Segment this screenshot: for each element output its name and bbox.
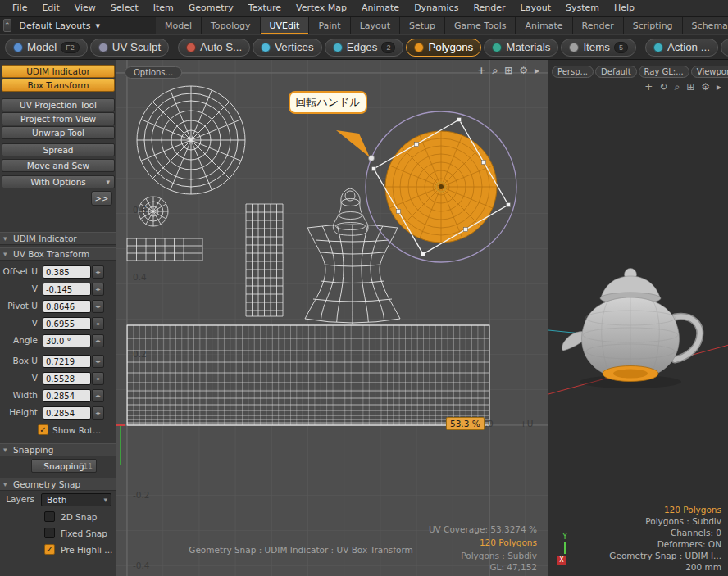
- tab-layout[interactable]: Layout: [351, 17, 400, 34]
- edges-mode-button[interactable]: Edges 2: [325, 39, 404, 57]
- width-field[interactable]: [43, 389, 91, 402]
- show-rot-checkbox[interactable]: ✓: [38, 424, 48, 435]
- rotation-handle-knob[interactable]: [369, 156, 375, 161]
- layout-switcher[interactable]: Default Layouts ▾: [11, 17, 108, 34]
- menu-item-layout[interactable]: Layout: [513, 0, 558, 16]
- tool-unwrap[interactable]: Unwrap Tool: [2, 126, 115, 139]
- snapping-toggle-button[interactable]: Snapping F11: [31, 459, 97, 473]
- symmetry-button[interactable]: Sym ...: [721, 39, 728, 57]
- tool-move-and-sew[interactable]: Move and Sew: [2, 159, 115, 172]
- gl-count-readout: GL: 47,152: [489, 562, 537, 572]
- field-row-pivot-v: V ◂▸: [0, 317, 116, 332]
- pan-icon[interactable]: +: [644, 81, 653, 93]
- menu-item-edit[interactable]: Edit: [34, 0, 66, 16]
- height-stepper[interactable]: ◂▸: [92, 406, 104, 420]
- expand-panel-button[interactable]: >>: [91, 191, 112, 206]
- tab-uvedit[interactable]: UVEdit: [261, 17, 310, 34]
- tool-project-from-view[interactable]: Project from View: [2, 112, 115, 125]
- menu-item-vertex-map[interactable]: Vertex Map: [289, 0, 354, 16]
- tab-animate[interactable]: Animate: [516, 17, 572, 34]
- uv-viewport[interactable]: Options... + ⌕ ⊞ ⚙ ▸ 回転ハンドル 0.6 0.4 0.2 …: [116, 60, 548, 576]
- 3d-canvas[interactable]: [548, 60, 728, 576]
- box-v-field[interactable]: [43, 372, 91, 385]
- expand-icon[interactable]: ▸: [535, 65, 539, 76]
- menu-item-animate[interactable]: Animate: [354, 0, 407, 16]
- box-v-stepper[interactable]: ◂▸: [92, 372, 104, 385]
- tool-spread[interactable]: Spread: [2, 143, 115, 156]
- offset-u-stepper[interactable]: ◂▸: [92, 265, 104, 279]
- angle-stepper[interactable]: ◂▸: [92, 334, 104, 347]
- zoom-icon[interactable]: ⌕: [674, 81, 680, 93]
- tab-schematic[interactable]: Schema: [683, 17, 728, 34]
- layout-popup-icon[interactable]: ⌃: [3, 19, 11, 32]
- fixed-snap-checkbox[interactable]: [44, 528, 55, 538]
- menu-item-help[interactable]: Help: [607, 0, 642, 16]
- uv-shell-selected-disk[interactable]: [385, 131, 497, 243]
- vertices-mode-button[interactable]: Vertices: [253, 39, 321, 57]
- menu-item-texture[interactable]: Texture: [241, 0, 289, 16]
- menu-item-view[interactable]: View: [67, 0, 103, 16]
- tab-model[interactable]: Model: [156, 17, 202, 34]
- offset-u-field[interactable]: [43, 265, 91, 279]
- polygons-mode-button[interactable]: Polygons: [406, 39, 481, 57]
- menu-item-system[interactable]: System: [558, 0, 607, 16]
- pivot-v-field[interactable]: [43, 317, 91, 330]
- pivot-u-stepper[interactable]: ◂▸: [92, 300, 104, 313]
- rotate-icon[interactable]: ↻: [659, 81, 667, 93]
- snap-2d-checkbox[interactable]: [44, 511, 55, 522]
- tool-box-transform[interactable]: Box Transform: [2, 79, 115, 92]
- tab-default-shading[interactable]: Default: [595, 66, 637, 78]
- tab-render[interactable]: Render: [573, 17, 624, 34]
- offset-v-field[interactable]: [43, 283, 91, 296]
- model-mode-button[interactable]: Model F2: [5, 39, 88, 57]
- options-button[interactable]: Options...: [125, 66, 182, 79]
- materials-mode-button[interactable]: Materials: [484, 39, 558, 57]
- tab-ray-gl[interactable]: Ray GL:...: [639, 66, 689, 78]
- tab-game-tools[interactable]: Game Tools: [445, 17, 516, 34]
- layers-dropdown[interactable]: Both ▾: [41, 493, 111, 506]
- width-stepper[interactable]: ◂▸: [92, 389, 104, 402]
- section-uv-box-transform[interactable]: ▾ UV Box Transform: [0, 247, 116, 261]
- frame-icon[interactable]: ⊞: [686, 81, 694, 93]
- items-mode-button[interactable]: Items 5: [561, 39, 636, 57]
- menu-item-select[interactable]: Select: [103, 0, 146, 16]
- uv-shell-body-strip[interactable]: [127, 325, 489, 425]
- menu-item-render[interactable]: Render: [466, 0, 512, 16]
- tab-scripting[interactable]: Scripting: [624, 17, 683, 34]
- pivot-u-field[interactable]: [43, 300, 91, 313]
- section-udim-indicator[interactable]: ▾ UDIM Indicator: [0, 232, 116, 245]
- menu-item-item[interactable]: Item: [146, 0, 181, 16]
- uv-shell-lid-disk[interactable]: [137, 86, 245, 194]
- gear-icon[interactable]: ⚙: [519, 65, 528, 76]
- tab-setup[interactable]: Setup: [400, 17, 445, 34]
- tab-paint[interactable]: Paint: [309, 17, 350, 34]
- uv-canvas[interactable]: [116, 60, 548, 576]
- tab-viewport-settings[interactable]: Viewport...: [691, 66, 728, 78]
- zoom-icon[interactable]: ⌕: [492, 65, 498, 76]
- gear-icon[interactable]: ⚙: [701, 81, 710, 93]
- uv-sculpt-button[interactable]: UV Sculpt: [90, 39, 169, 57]
- section-geometry-snap[interactable]: ▾ Geometry Snap: [0, 478, 116, 491]
- pan-icon[interactable]: +: [477, 65, 485, 76]
- auto-select-button[interactable]: Auto S...: [178, 39, 250, 57]
- tab-topology[interactable]: Topology: [202, 17, 261, 34]
- box-u-stepper[interactable]: ◂▸: [92, 355, 104, 368]
- menu-item-file[interactable]: File: [5, 0, 34, 16]
- section-snapping[interactable]: ▾ Snapping: [0, 443, 116, 456]
- offset-v-stepper[interactable]: ◂▸: [92, 283, 104, 296]
- angle-field[interactable]: [43, 334, 91, 347]
- pre-highlight-checkbox[interactable]: ✓: [44, 544, 55, 555]
- action-center-button[interactable]: Action ...: [645, 39, 718, 57]
- menu-item-geometry[interactable]: Geometry: [181, 0, 241, 16]
- tab-perspective[interactable]: Persp...: [552, 66, 594, 78]
- box-u-field[interactable]: [43, 355, 91, 368]
- height-field[interactable]: [43, 406, 91, 420]
- pivot-v-stepper[interactable]: ◂▸: [92, 317, 104, 330]
- frame-icon[interactable]: ⊞: [504, 65, 512, 76]
- tool-uv-projection[interactable]: UV Projection Tool: [2, 98, 115, 111]
- with-options-dropdown[interactable]: With Options ▾: [2, 175, 115, 188]
- perspective-viewport[interactable]: Persp... Default Ray GL:... Viewport... …: [548, 60, 728, 576]
- tool-udim-indicator[interactable]: UDIM Indicator: [2, 65, 115, 78]
- menu-item-dynamics[interactable]: Dynamics: [407, 0, 466, 16]
- expand-icon[interactable]: ▸: [717, 81, 721, 93]
